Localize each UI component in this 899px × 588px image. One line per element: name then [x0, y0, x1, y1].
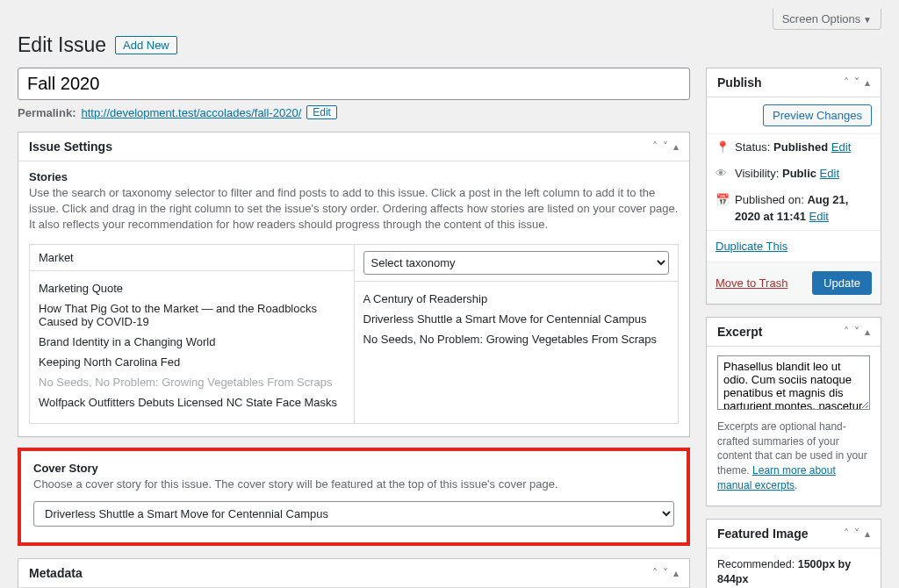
panel-down-icon[interactable]: ˅ [854, 326, 859, 338]
add-new-button[interactable]: Add New [115, 36, 177, 54]
permalink-edit-button[interactable]: Edit [306, 105, 337, 119]
panel-toggle-icon[interactable]: ▴ [865, 76, 870, 89]
panel-up-icon[interactable]: ˄ [652, 567, 658, 579]
stories-help: Use the search or taxonomy selector to f… [29, 185, 679, 233]
available-story-item[interactable]: Marketing Quote [39, 278, 345, 298]
move-to-trash-link[interactable]: Move to Trash [716, 276, 788, 290]
visibility-edit-link[interactable]: Edit [820, 167, 839, 180]
preview-changes-button[interactable]: Preview Changes [763, 104, 872, 126]
issue-settings-heading: Issue Settings [29, 140, 112, 154]
panel-toggle-icon[interactable]: ▴ [865, 326, 870, 338]
update-button[interactable]: Update [812, 271, 872, 295]
metadata-heading: Metadata [29, 566, 83, 580]
permalink-label: Permalink: [18, 106, 76, 119]
selected-story-item[interactable]: Driverless Shuttle a Smart Move for Cent… [363, 309, 670, 329]
excerpt-textarea[interactable]: Phasellus blandit leo ut odio. Cum socii… [717, 355, 870, 410]
calendar-icon: 📅 [716, 192, 728, 208]
panel-up-icon[interactable]: ˄ [844, 76, 849, 89]
cover-story-select[interactable]: Driverless Shuttle a Smart Move for Cent… [33, 501, 674, 527]
panel-up-icon[interactable]: ˄ [844, 527, 849, 540]
issue-title-input[interactable] [18, 68, 690, 100]
panel-down-icon[interactable]: ˅ [663, 567, 668, 579]
available-story-item[interactable]: Wolfpack Outfitters Debuts Licensed NC S… [39, 392, 345, 412]
panel-toggle-icon[interactable]: ▴ [865, 527, 870, 540]
featured-image-heading: Featured Image [717, 527, 808, 541]
excerpt-heading: Excerpt [717, 325, 762, 339]
available-story-item[interactable]: How That Pig Got to the Market — and the… [39, 298, 345, 332]
selected-story-item[interactable]: No Seeds, No Problem: Growing Vegetables… [363, 329, 670, 349]
panel-down-icon[interactable]: ˅ [663, 140, 668, 153]
panel-up-icon[interactable]: ˄ [652, 140, 658, 153]
selected-story-item[interactable]: A Century of Readership [363, 289, 670, 309]
panel-toggle-icon[interactable]: ▴ [673, 140, 679, 153]
visibility-icon: 👁 [716, 166, 728, 182]
panel-up-icon[interactable]: ˄ [844, 326, 849, 338]
cover-story-heading: Cover Story [33, 462, 674, 475]
publish-heading: Publish [717, 75, 762, 90]
market-filter-label[interactable]: Market [30, 245, 354, 271]
stories-label: Stories [29, 170, 679, 183]
panel-down-icon[interactable]: ˅ [854, 76, 859, 89]
panel-toggle-icon[interactable]: ▴ [673, 567, 679, 579]
publish-date-edit-link[interactable]: Edit [809, 210, 829, 223]
available-story-item[interactable]: No Seeds, No Problem: Growing Vegetables… [39, 372, 345, 392]
pin-icon: 📍 [716, 140, 728, 155]
duplicate-link[interactable]: Duplicate This [716, 240, 788, 253]
page-title: Edit Issue [18, 33, 106, 57]
panel-down-icon[interactable]: ˅ [854, 527, 859, 540]
screen-options-toggle[interactable]: Screen Options [773, 9, 881, 30]
available-story-item[interactable]: Keeping North Carolina Fed [39, 352, 345, 372]
taxonomy-select[interactable]: Select taxonomy [363, 251, 670, 275]
available-story-item[interactable]: Brand Identity in a Changing World [39, 332, 345, 352]
status-edit-link[interactable]: Edit [831, 140, 851, 154]
cover-story-help: Choose a cover story for this issue. The… [33, 477, 674, 492]
permalink-url[interactable]: http://development.test/accolades/fall-2… [81, 106, 301, 119]
